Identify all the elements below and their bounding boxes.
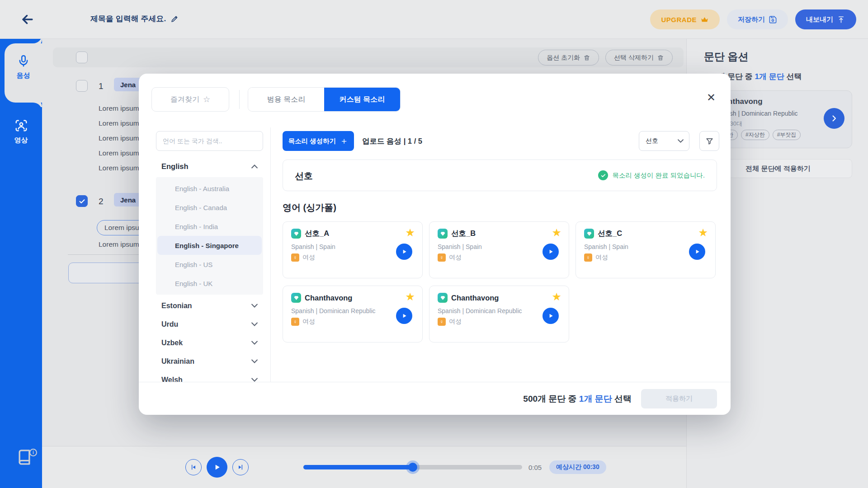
voice-card[interactable]: 선호_A ★ Spanish | Spain ♀여성 (283, 221, 423, 278)
apply-button[interactable]: 적용하기 (641, 389, 717, 408)
chevron-down-icon (251, 341, 258, 345)
voice-card[interactable]: Chanthavong ★ Spanish | Dominican Republ… (283, 286, 423, 343)
language-sidebar: English English - Australia English - Ca… (139, 127, 271, 382)
status-voice-name: 선호 (295, 170, 313, 182)
select-all-checkbox[interactable] (76, 52, 88, 63)
tab-custom-voices[interactable]: 커스텀 목소리 (324, 88, 400, 111)
delete-selection-button[interactable]: 선택 삭제하기 (605, 50, 673, 66)
reset-options-button[interactable]: 옵션 초기화 (538, 50, 599, 66)
voice-gender: 여성 (449, 253, 462, 262)
paragraph-1-checkbox[interactable] (76, 80, 88, 92)
language-group-ukrainian[interactable]: Ukrainian (156, 352, 263, 371)
selection-highlight: 1개 문단 (579, 394, 612, 404)
save-label: 저장하기 (738, 15, 765, 24)
voice-card[interactable]: 선호_B ★ Spanish | Spain ♀여성 (429, 221, 569, 278)
back-button[interactable] (20, 12, 35, 27)
voice-tag: #부잣집 (773, 130, 801, 140)
upgrade-label: UPGRADE (661, 16, 697, 23)
filter-button[interactable] (699, 131, 719, 151)
voice-play-button[interactable] (542, 244, 559, 260)
paragraph-2-checkbox[interactable] (76, 195, 88, 207)
filter-funnel-icon (705, 137, 714, 145)
export-button[interactable]: 내보내기 (795, 9, 856, 29)
gem-icon (584, 229, 594, 239)
gem-icon (438, 293, 448, 303)
language-group-uzbek[interactable]: Uzbek (156, 333, 263, 352)
skip-forward-button[interactable] (232, 459, 249, 475)
create-voice-label: 목소리 생성하기 (288, 137, 336, 145)
language-group-english[interactable]: English (156, 157, 263, 175)
favorite-star-icon[interactable]: ★ (405, 226, 415, 239)
voice-play-button[interactable] (396, 244, 412, 260)
modal-footer: 500개 문단 중 1개 문단 선택 적용하기 (139, 382, 731, 415)
guide-button[interactable]: i (15, 448, 35, 468)
export-icon (837, 15, 845, 24)
sidebar-item-voice[interactable]: 음성 (5, 43, 42, 103)
lang-item-english-us[interactable]: English - US (156, 255, 263, 274)
female-icon: ♀ (438, 318, 446, 326)
voice-play-button[interactable] (542, 308, 559, 324)
sort-dropdown[interactable]: 선호 (639, 131, 689, 151)
favorite-star-icon[interactable]: ★ (405, 291, 415, 303)
favorite-star-icon[interactable]: ★ (552, 291, 561, 303)
paragraph-1-number: 1 (99, 81, 104, 91)
paragraph-2-number: 2 (99, 197, 104, 206)
close-icon[interactable]: ✕ (704, 91, 718, 104)
voice-name: Chanthavong (305, 294, 352, 302)
voice-grid: 선호_A ★ Spanish | Spain ♀여성 선호_B ★ Spanis… (283, 221, 717, 343)
progress-thumb[interactable] (408, 463, 417, 472)
voice-gender: 여성 (302, 318, 315, 326)
tab-general-voices[interactable]: 범용 목소리 (248, 88, 324, 111)
play-icon (401, 248, 408, 255)
voice-language: Spanish | Spain (584, 243, 628, 250)
voice-type-tabs: 범용 목소리 커스텀 목소리 (248, 87, 401, 112)
language-group-estonian[interactable]: Estonian (156, 296, 263, 315)
document-title-group[interactable]: 제목을 입력해 주세요. (90, 14, 179, 24)
sidebar-item-video[interactable]: 영상 (0, 104, 42, 159)
open-voice-picker-button[interactable] (824, 108, 844, 129)
sidebar-voice-label: 음성 (17, 71, 30, 80)
voice-name: 선호_A (305, 229, 329, 239)
chevron-down-icon (251, 359, 258, 363)
voice-play-button[interactable] (689, 244, 705, 260)
lang-item-english-uk[interactable]: English - UK (156, 274, 263, 293)
favorite-star-icon[interactable]: ★ (552, 226, 561, 239)
sidebar-video-label: 영상 (14, 136, 28, 145)
selection-prefix: 500개 문단 중 (523, 394, 579, 404)
play-icon (547, 312, 554, 319)
selection-suffix: 선택 (784, 72, 802, 81)
favorite-star-icon[interactable]: ★ (698, 226, 708, 239)
voice-card[interactable]: Chanthavong ★ Spanish | Dominican Republ… (429, 286, 569, 343)
star-outline-icon: ☆ (203, 94, 210, 104)
language-group-urdu[interactable]: Urdu (156, 315, 263, 333)
edit-pencil-icon[interactable] (170, 15, 179, 23)
skip-back-button[interactable] (185, 459, 202, 475)
favorites-button[interactable]: 즐겨찾기 ☆ (151, 87, 229, 112)
lang-item-english-australia[interactable]: English - Australia (156, 179, 263, 198)
upgrade-button[interactable]: UPGRADE (650, 9, 720, 29)
save-button[interactable]: 저장하기 (727, 9, 788, 29)
lang-item-english-canada[interactable]: English - Canada (156, 198, 263, 217)
play-button[interactable] (207, 457, 227, 478)
estimated-time-badge: 예상시간 00:30 (549, 460, 606, 474)
lang-item-english-singapore[interactable]: English - Singapore (157, 236, 262, 255)
panel-title: 문단 옵션 (704, 50, 748, 64)
create-voice-button[interactable]: 목소리 생성하기 ＋ (283, 131, 354, 151)
progress-bar[interactable] (303, 465, 522, 469)
voice-gender: 여성 (449, 318, 462, 326)
microphone-icon (17, 54, 30, 68)
chevron-right-icon (830, 114, 839, 123)
save-icon (769, 15, 777, 24)
status-message: 목소리 생성이 완료 되었습니다. (612, 171, 705, 180)
language-search-input[interactable] (156, 131, 263, 151)
voice-play-button[interactable] (396, 308, 412, 324)
language-group-welsh[interactable]: Welsh (156, 371, 263, 382)
english-sublist: English - Australia English - Canada Eng… (156, 177, 263, 295)
chevron-down-icon (251, 322, 258, 326)
voice-card[interactable]: 선호_C ★ Spanish | Spain ♀여성 (576, 221, 716, 278)
gem-icon (291, 293, 301, 303)
voice-language: Spanish | Spain (438, 243, 482, 250)
reset-options-label: 옵션 초기화 (547, 54, 580, 62)
topbar: 제목을 입력해 주세요. UPGRADE 저장하기 내보내기 (0, 0, 868, 39)
lang-item-english-india[interactable]: English - India (156, 217, 263, 236)
